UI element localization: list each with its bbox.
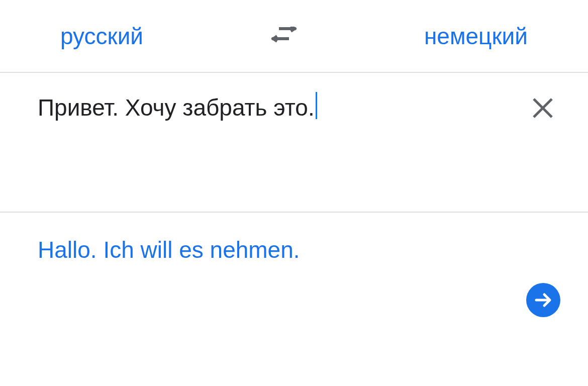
text-cursor [316, 92, 317, 119]
clear-button[interactable] [528, 93, 558, 125]
close-icon [532, 97, 554, 119]
language-header: русский немецкий [0, 0, 588, 73]
output-section: Hallo. Ich will es nehmen. [0, 213, 588, 285]
input-text: Привет. Хочу забрать это. [38, 93, 315, 123]
go-button[interactable] [526, 283, 560, 317]
svg-rect-2 [279, 27, 292, 30]
svg-rect-4 [276, 37, 289, 40]
input-section: Привет. Хочу забрать это. [0, 73, 588, 213]
arrow-right-icon [534, 291, 552, 309]
input-text-area[interactable]: Привет. Хочу забрать это. [38, 93, 550, 123]
target-language-button[interactable]: немецкий [404, 23, 548, 50]
swap-languages-button[interactable] [265, 22, 303, 51]
swap-icon [270, 27, 298, 46]
output-text: Hallo. Ich will es nehmen. [38, 235, 550, 265]
source-language-button[interactable]: русский [40, 23, 163, 50]
